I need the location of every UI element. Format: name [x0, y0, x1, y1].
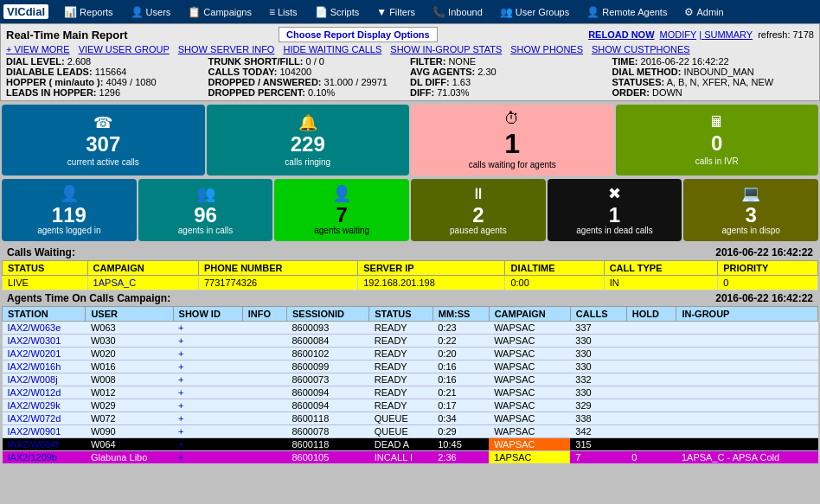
- calls-waiting-section: Calls Waiting: 2016-06-22 16:42:22 STATU…: [0, 245, 820, 290]
- station-cell: IAX2/W0901: [3, 425, 86, 438]
- station-cell: IAX2/W072d: [3, 412, 86, 425]
- show-id-cell[interactable]: +: [173, 360, 242, 373]
- col-info: INFO: [242, 307, 286, 322]
- nav-users[interactable]: 👤 Users: [122, 0, 180, 23]
- stats-grid: DIAL LEVEL: 2.608 DIALABLE LEADS: 115664…: [6, 56, 814, 98]
- calls-ivr-label: calls in IVR: [695, 156, 739, 167]
- show-id-cell[interactable]: +: [173, 348, 242, 360]
- show-id-cell[interactable]: +: [173, 451, 242, 464]
- view-more-link[interactable]: + VIEW MORE: [6, 44, 70, 54]
- dialable-leads-stat: DIALABLE LEADS: 115664: [6, 67, 208, 77]
- calculator-icon: 🖩: [709, 113, 725, 131]
- calls-waiting-header-row: STATUS CAMPAIGN PHONE NUMBER SERVER IP D…: [3, 261, 818, 276]
- status-cell: READY: [369, 386, 432, 399]
- mmss-cell: 0:29: [432, 425, 489, 438]
- user-cell: W008: [86, 373, 173, 386]
- agents-header-row: STATION USER SHOW ID INFO SESSIONID STAT…: [3, 307, 818, 322]
- calls-waiting-table: STATUS CAMPAIGN PHONE NUMBER SERVER IP D…: [2, 260, 818, 290]
- priority-cell: 0: [718, 276, 818, 290]
- phone-cell: 7731774326: [198, 276, 357, 290]
- calls-ringing-card: 🔔 229 calls ringing: [207, 105, 410, 175]
- nav-scripts[interactable]: 📄 Scripts: [306, 0, 368, 23]
- top-navigation: VICdial 📊 Reports 👤 Users 📋 Campaigns ≡ …: [0, 0, 820, 23]
- dropped-percent-stat: DROPPED PERCENT: 0.10%: [208, 87, 411, 98]
- calls-cell: 332: [570, 373, 626, 386]
- user-cell: W030: [86, 335, 173, 348]
- campaign-cell: WAPSAC: [489, 360, 570, 373]
- table-row: IAX2/W063e W063 + 8600093 READY 0:23 WAP…: [3, 322, 818, 335]
- nav-lists[interactable]: ≡ Lists: [260, 0, 306, 23]
- show-phones-link[interactable]: SHOW PHONES: [510, 44, 583, 54]
- session-cell: 8600093: [287, 322, 369, 335]
- agents-logged-in-value: 119: [52, 205, 86, 226]
- status-cell: INCALL I: [369, 451, 432, 464]
- status-cell: READY: [369, 322, 432, 335]
- calls-cell: 329: [570, 399, 626, 412]
- view-user-group-link[interactable]: VIEW USER GROUP: [79, 44, 170, 54]
- campaign-cell: WAPSAC: [489, 399, 570, 412]
- header-links: + VIEW MORE VIEW USER GROUP SHOW SERVER …: [6, 44, 814, 54]
- campaign-cell: WAPSAC: [489, 322, 570, 335]
- col-ingroup: IN-GROUP: [676, 307, 818, 322]
- station-cell: IAX2/W063e: [3, 322, 86, 335]
- table-row: IAX2/W012d W012 + 8600094 READY 0:21 WAP…: [3, 386, 818, 399]
- show-id-cell[interactable]: +: [173, 438, 242, 451]
- nav-campaigns[interactable]: 📋 Campaigns: [179, 0, 260, 23]
- show-id-cell[interactable]: +: [173, 322, 242, 335]
- session-cell: 8600099: [287, 360, 369, 373]
- agents-in-calls-label: agents in calls: [178, 226, 233, 236]
- header-area: Real-Time Main Report Choose Report Disp…: [0, 23, 820, 101]
- timer-icon: ⏱: [504, 110, 520, 128]
- calls-waiting-label: calls waiting for agents: [469, 160, 556, 170]
- hold-cell: [626, 425, 676, 438]
- station-cell: IAX2/W064f: [3, 438, 86, 451]
- status-cell: LIVE: [3, 276, 88, 290]
- agents-title: Agents Time On Calls Campaign:: [7, 292, 170, 304]
- ingroup-cell: [676, 335, 818, 348]
- summary-link[interactable]: SUMMARY: [704, 29, 753, 40]
- show-id-cell[interactable]: +: [173, 425, 242, 438]
- filters-icon: ▼: [376, 6, 387, 18]
- campaigns-icon: 📋: [188, 6, 201, 18]
- hold-cell: 0: [626, 451, 676, 464]
- nav-user-groups[interactable]: 👥 User Groups: [491, 0, 578, 23]
- modify-link[interactable]: MODIFY: [660, 29, 697, 40]
- station-cell: IAX2/W008j: [3, 373, 86, 386]
- reload-button[interactable]: RELOAD NOW: [588, 29, 654, 40]
- nav-remote-agents[interactable]: 👤 Remote Agents: [578, 0, 676, 23]
- show-id-cell[interactable]: +: [173, 335, 242, 348]
- nav-inbound[interactable]: 📞 Inbound: [424, 0, 491, 23]
- col-show-id: SHOW ID: [173, 307, 242, 322]
- mmss-cell: 0:16: [432, 373, 489, 386]
- choose-report-button[interactable]: Choose Report Display Options: [279, 27, 438, 42]
- show-server-info-link[interactable]: SHOW SERVER INFO: [178, 44, 275, 54]
- show-id-cell[interactable]: +: [173, 399, 242, 412]
- table-row: IAX2/W016h W016 + 8600099 READY 0:16 WAP…: [3, 360, 818, 373]
- nav-admin[interactable]: ⚙ Admin: [676, 0, 732, 23]
- phone-icon: ☎: [93, 113, 112, 132]
- hold-cell: [626, 322, 676, 335]
- agents-section: Agents Time On Calls Campaign: 2016-06-2…: [0, 290, 820, 464]
- user-cell: W090: [86, 425, 173, 438]
- dialtime-cell: 0:00: [505, 276, 604, 290]
- mmss-cell: 0:34: [432, 412, 489, 425]
- dead-icon: ✖: [608, 184, 621, 203]
- people-icon: 👥: [196, 184, 215, 203]
- filter-stat: FILTER: NONE: [410, 56, 612, 67]
- col-campaign: CAMPAIGN: [87, 261, 198, 276]
- nav-reports[interactable]: 📊 Reports: [55, 0, 122, 23]
- stats-col-1: DIAL LEVEL: 2.608 DIALABLE LEADS: 115664…: [6, 56, 208, 98]
- nav-filters[interactable]: ▼ Filters: [368, 0, 424, 23]
- show-id-cell[interactable]: +: [173, 386, 242, 399]
- metrics-row-1: ☎ 307 current active calls 🔔 229 calls r…: [0, 101, 820, 179]
- hide-waiting-calls-link[interactable]: HIDE WAITING CALLS: [283, 44, 381, 54]
- diff-stat: DIFF: 71.03%: [410, 87, 612, 98]
- report-title: Real-Time Main Report: [6, 29, 128, 41]
- show-id-cell[interactable]: +: [173, 373, 242, 386]
- table-row: LIVE 1APSA_C 7731774326 192.168.201.198 …: [3, 276, 818, 290]
- hold-cell: [626, 438, 676, 451]
- show-in-group-stats-link[interactable]: SHOW IN-GROUP STATS: [390, 44, 502, 54]
- agents-waiting-label: agents waiting: [314, 226, 369, 236]
- show-custphones-link[interactable]: SHOW CUSTPHONES: [592, 44, 690, 54]
- show-id-cell[interactable]: +: [173, 412, 242, 425]
